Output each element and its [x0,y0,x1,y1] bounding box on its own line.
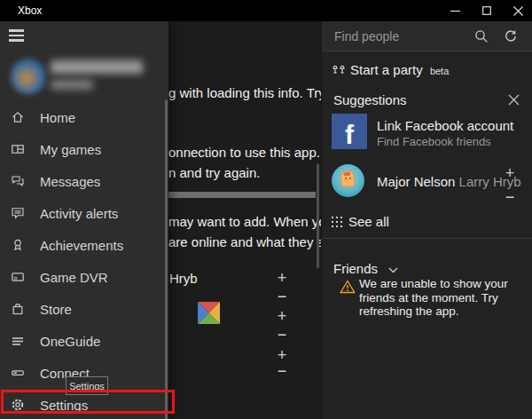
annotation-highlight-box [1,390,175,414]
close-suggestions-icon[interactable] [508,94,520,106]
sidebar-item-game-dvr[interactable]: Game DVR [0,261,168,293]
sidebar-item-home[interactable]: Home [0,101,168,133]
beta-badge: beta [430,66,449,76]
window-title: Xbox [18,0,42,21]
friends-header[interactable]: Friends [333,261,398,276]
sidebar-item-oneguide[interactable]: OneGuide [0,325,168,357]
shopping-bag-icon [11,302,25,316]
activity-alerts-icon [11,206,25,220]
games-icon [11,142,25,156]
game-dvr-icon [11,270,25,284]
trophy-icon [11,238,25,252]
user-name-redacted [51,60,143,74]
add-friend-button[interactable]: + [503,165,517,181]
link-facebook-button[interactable]: Link Facebook account [377,118,513,133]
see-all-button[interactable]: See all [348,214,389,229]
toast-character [340,170,356,188]
main-scrollbar[interactable] [317,163,319,268]
party-icon [331,63,347,77]
major-nelson-avatar[interactable] [332,164,364,197]
try-again-text-fragment: n and try again. [168,165,260,180]
section-divider [322,238,532,239]
error-text-fragment: g with loading this info. Try [168,85,325,100]
social-panel: Start a party beta Suggestions f Link Fa… [321,21,532,419]
pinwheel-avatar [198,302,220,324]
minimize-button[interactable] [439,0,471,21]
user-avatar[interactable] [11,59,46,94]
hamburger-menu-icon[interactable] [9,29,24,42]
add-friend-button[interactable]: + [275,308,289,324]
close-button[interactable] [502,0,532,21]
sidebar-item-store[interactable]: Store [0,293,168,325]
chevron-down-icon [388,261,398,276]
see-all-grid-icon [332,217,342,227]
partial-gamertag: Hryb [169,271,198,286]
sidebar-item-achievements[interactable]: Achievements [0,229,168,261]
start-party-button[interactable]: Start a party beta [350,62,449,77]
person-gamertag: Major Nelson [377,174,455,189]
oneguide-icon [11,334,25,348]
refresh-icon[interactable] [504,29,518,43]
messages-icon [11,174,25,188]
facebook-icon[interactable]: f [332,114,367,149]
connection-text-fragment: onnection to use this app. [168,145,320,160]
connect-device-icon [11,366,25,380]
add-friend-button[interactable]: + [275,270,289,286]
suggest-text-fragment: are online and what they are [168,234,336,249]
sidebar-item-activity-alerts[interactable]: Activity alerts [0,197,168,229]
search-icon[interactable] [474,29,489,43]
find-people-searchbar [322,21,532,51]
nav-list: Home My games Messages Activity alerts [0,101,168,419]
suggestions-header: Suggestions [333,92,407,107]
window-titlebar: Xbox [0,0,532,21]
remove-suggestion-button[interactable]: − [503,189,517,205]
remove-suggestion-button[interactable]: − [275,363,289,379]
add-friend-button[interactable]: + [275,347,289,363]
user-subtext-redacted [51,80,93,90]
remove-suggestion-button[interactable]: − [275,327,289,343]
search-input[interactable] [334,25,467,48]
partially-hidden-element [168,192,316,198]
xbox-app-window: g with loading this info. Try onnection … [0,0,532,419]
navigation-sidebar: Home My games Messages Activity alerts [0,21,168,419]
suggest-text-fragment: may want to add. When you [168,214,333,229]
friends-warning-message: We are unable to show your friends at th… [359,277,519,319]
remove-suggestion-button[interactable]: − [275,289,289,304]
maximize-button[interactable] [471,0,503,21]
facebook-subtitle: Find Facebook friends [377,135,491,148]
sidebar-item-my-games[interactable]: My games [0,133,168,165]
home-icon [11,110,25,124]
sidebar-item-messages[interactable]: Messages [0,165,168,197]
sidebar-scrollbar[interactable] [165,99,168,419]
warning-icon [340,280,356,294]
person-row[interactable]: Major Nelson Larry Hryb [377,174,521,189]
